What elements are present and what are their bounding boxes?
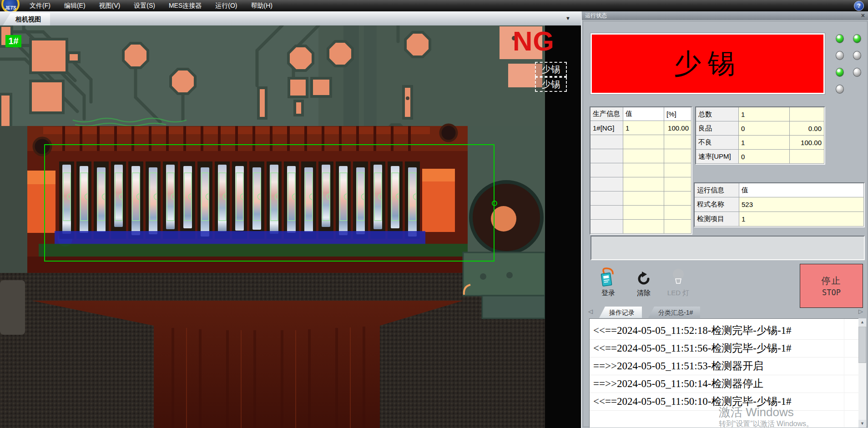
table-row: 程式名称523 [695,197,864,212]
tab-classify-summary[interactable]: 分类汇总-1# [648,307,700,318]
table-cell: 程式名称 [695,197,739,212]
menu-item[interactable]: 设置(S) [127,0,162,11]
table-header-row: 生产信息值[%] [590,107,691,121]
table-row [590,206,691,220]
login-button[interactable]: 登录 [592,266,625,297]
menu-item[interactable]: 视图(V) [92,0,127,11]
camera-view-panel: 相机视图 ▼ [0,11,581,428]
menu-item[interactable]: 编辑(E) [57,0,92,11]
table-cell [664,206,691,220]
login-label: 登录 [592,289,625,297]
defect-label: 少锡 [535,62,567,77]
refresh-icon [627,266,660,287]
menu-item[interactable]: 运行(O) [208,0,244,11]
vertical-scrollbar[interactable]: ▲ ▼ [858,318,866,428]
table-cell: 1 [739,107,790,121]
led-label: LED 灯 [660,289,696,297]
log-entry: <<==2024-05-05_11:51:56-检测完毕-少锡-1# [590,340,858,358]
id-badge-icon [592,266,625,287]
table-cell: 1#[NG] [590,121,623,135]
close-icon[interactable]: × [861,11,865,20]
inspection-roi-rectangle [44,144,495,262]
table-cell [590,177,623,191]
table-cell [664,163,691,177]
clear-label: 清除 [627,289,660,297]
table-row: 1#[NG]1100.00 [590,121,691,135]
stop-label-en: STOP [822,288,841,297]
menu-item[interactable]: MES连接器 [162,0,208,11]
status-led [853,34,861,43]
menu-bar: JETS 文件(F)编辑(E)视图(V)设置(S)MES连接器运行(O)帮助(H… [0,0,868,11]
camera-id-label: 1# [5,35,21,47]
menu-items: 文件(F)编辑(E)视图(V)设置(S)MES连接器运行(O)帮助(H) [23,0,279,11]
menu-item[interactable]: 文件(F) [23,0,57,11]
help-icon[interactable]: ? [854,1,864,11]
table-cell: 速率[UPM] [696,150,739,164]
table-row: 良品00.00 [696,121,824,136]
tab-camera-view[interactable]: 相机视图 [3,13,50,25]
table-row [590,220,691,234]
table-cell: 0 [739,150,790,164]
table-row: 速率[UPM]0 [696,150,824,164]
table-cell [590,206,623,220]
stop-button[interactable]: 停止 STOP [800,264,863,308]
log-entry: <<==2024-05-05_11:52:18-检测完毕-少锡-1# [590,322,858,340]
table-cell [664,149,691,163]
table-cell [623,163,664,177]
table-cell: 总数 [696,107,739,121]
panel-title-bar: 运行状态 × [582,11,868,20]
status-led [836,51,844,60]
table-cell: 1 [623,121,664,135]
log-entry: ==>>2024-05-05_11:51:53-检测器开启 [590,358,858,375]
status-led [853,51,861,60]
table-cell [623,149,664,163]
status-led [836,85,844,94]
table-cell: 0 [739,121,790,136]
log-column-divider [844,319,844,427]
table-cell [664,177,691,191]
defect-result-banner: 少锡 [590,33,825,94]
table-row: 总数1 [696,107,824,121]
chevron-down-icon[interactable]: ▼ [565,15,570,21]
led-light-button[interactable]: LED 灯 [660,266,696,297]
table-row [590,163,691,177]
table-header-cell: [%] [664,107,691,121]
table-cell [664,191,691,206]
table-row [590,149,691,163]
table-cell: 1 [739,212,864,227]
production-info-table: 生产信息值[%]1#[NG]1100.00 [590,106,692,235]
table-cell: 良品 [696,121,739,136]
table-cell [664,220,691,234]
run-status-panel: 运行状态 × 少锡 生产信息值[%]1#[NG]1100.00 总数1良品00.… [581,11,868,428]
table-header-cell: 运行信息 [695,183,739,197]
table-row: 检测项目1 [695,212,864,227]
camera-image-area: 1# NG 少锡 少锡 [0,25,581,428]
menu-item[interactable]: 帮助(H) [244,0,279,11]
inspection-result-text: NG [513,25,555,57]
status-led [836,68,844,77]
scroll-up-icon[interactable]: ▲ [858,318,866,326]
tab-scroll-left-icon[interactable]: ◁ [588,308,593,315]
table-cell: 523 [739,197,864,212]
vertical-scroll-thumb[interactable] [858,327,866,363]
table-cell [790,150,824,164]
table-cell [790,107,824,121]
scroll-down-icon[interactable]: ▼ [858,420,866,428]
table-cell [590,220,623,234]
clear-button[interactable]: 清除 [627,266,660,297]
message-box [590,236,865,260]
status-led [853,68,861,77]
table-cell: 不良 [696,136,739,150]
light-bulb-icon [660,266,696,287]
table-cell [623,191,664,206]
table-cell [590,149,623,163]
log-entry: ==>>2024-05-05_11:50:14-检测器停止 [590,375,858,393]
table-cell: 100.00 [790,136,824,150]
tab-operation-log[interactable]: 操作记录 [599,307,642,318]
table-header-cell: 值 [623,107,664,121]
table-header-cell: 生产信息 [590,107,623,121]
tab-scroll-right-icon[interactable]: ▷ [858,308,863,315]
table-cell [590,135,623,149]
windows-activation-watermark: 激活 Windows [719,404,794,420]
table-row: 不良1100.00 [696,136,824,150]
